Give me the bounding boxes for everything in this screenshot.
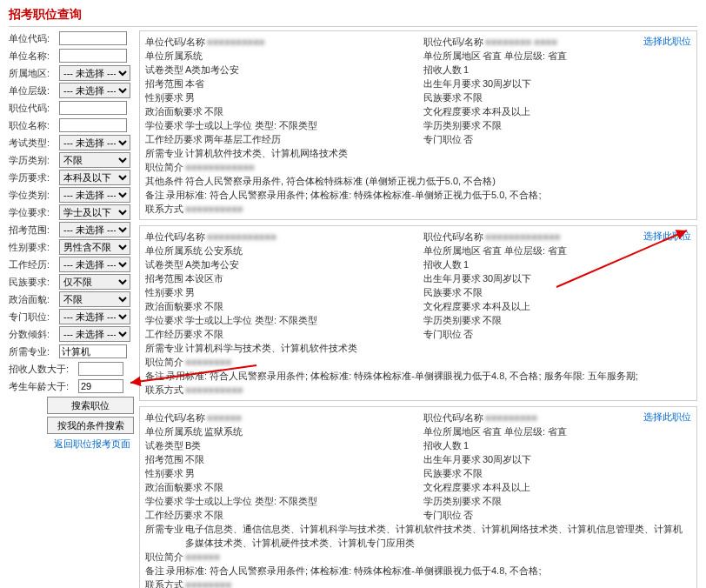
unit-code-name: ■■■■■■■■■■■■	[207, 230, 276, 244]
field-value: A类加考公安	[185, 257, 239, 271]
field-value: 30周岁以下	[483, 271, 531, 285]
field-label: 专门职位	[423, 508, 462, 522]
field-label: 民族要求	[423, 90, 462, 104]
label-exam-type: 考试类型:	[9, 137, 59, 150]
select-degree-type[interactable]: --- 未选择 ---	[59, 187, 130, 203]
field-label: 所需专业	[145, 341, 183, 355]
select-recruit-scope[interactable]: --- 未选择 ---	[59, 222, 130, 237]
field-label: 出生年月要求	[423, 271, 481, 285]
field-value: 不限	[185, 452, 204, 466]
field-value: 省直 单位层级: 省直	[483, 424, 567, 438]
select-ethnic-req[interactable]: 仅不限	[59, 274, 130, 290]
label-degree-type: 学位类别:	[9, 189, 59, 202]
input-recruit-gt[interactable]	[78, 362, 123, 376]
label-major: 所需专业:	[9, 345, 59, 358]
select-edu-req[interactable]: 本科及以下	[59, 170, 130, 185]
field-label: 政治面貌要求	[145, 480, 203, 494]
field-value: 省直 单位层级: 省直	[483, 244, 567, 257]
field-label: 招收人数	[423, 257, 462, 271]
input-unit-code[interactable]	[59, 31, 127, 45]
select-score-incline[interactable]: --- 未选择 ---	[59, 326, 130, 342]
field-label: 联系方式	[145, 202, 183, 216]
major-value: 计算机科学与技术类、计算机软件技术类	[185, 341, 357, 355]
field-value: A类加考公安	[185, 63, 239, 77]
select-politics[interactable]: 不限	[59, 291, 130, 307]
label-gender-req: 性别要求:	[9, 241, 59, 254]
field-label: 单位所属地区	[423, 424, 481, 438]
select-exam-type[interactable]: --- 未选择 ---	[59, 135, 130, 150]
label-edu-type: 学历类别:	[9, 154, 59, 167]
select-unit-level[interactable]: --- 未选择 ---	[59, 83, 130, 98]
field-label: 试卷类型	[145, 257, 183, 271]
field-label: 单位所属地区	[423, 244, 481, 257]
field-value: 1	[463, 257, 469, 271]
input-pos-name[interactable]	[59, 118, 127, 132]
field-label: 学历类别要求	[423, 494, 481, 508]
back-link[interactable]: 返回职位报考页面	[9, 438, 130, 451]
remark-value: 录用标准: 符合人民警察录用条件; 体检标准: 特殊体检标准-单侧裸眼视力低于4…	[166, 564, 541, 578]
input-age-gt[interactable]	[78, 379, 123, 393]
select-job-link[interactable]: 选择此职位	[643, 230, 691, 243]
field-label: 备注	[145, 564, 164, 578]
unit-code-name: ■■■■■■	[207, 411, 242, 424]
field-label: 工作经历要求	[145, 132, 203, 146]
field-value: 30周岁以下	[483, 452, 531, 466]
field-label: 单位代码/名称	[145, 411, 205, 424]
field-label: 单位所属系统	[145, 244, 203, 257]
field-label: 工作经历要求	[145, 327, 203, 341]
contact-value: ■■■■■■■■■■	[185, 383, 243, 397]
field-label: 招考范围	[145, 271, 183, 285]
field-label: 联系方式	[145, 383, 183, 397]
field-label: 招收人数	[423, 63, 462, 77]
field-label: 民族要求	[423, 285, 462, 299]
field-label: 职位代码/名称	[423, 230, 483, 244]
field-label: 单位所属系统	[145, 49, 203, 63]
select-job-link[interactable]: 选择此职位	[643, 411, 691, 424]
field-label: 文化程度要求	[423, 480, 481, 494]
field-label: 职位简介	[145, 550, 183, 564]
field-value: 本科及以上	[483, 299, 530, 313]
label-recruit-scope: 招考范围:	[9, 224, 59, 237]
search-button[interactable]: 搜索职位	[47, 397, 134, 414]
field-value: 不限	[483, 494, 502, 508]
field-value: 本设区市	[185, 271, 223, 285]
field-value: 否	[463, 508, 473, 522]
field-label: 其他条件	[145, 174, 183, 188]
field-label: 单位所属地区	[423, 49, 481, 63]
field-label: 招考范围	[145, 452, 183, 466]
field-value: B类	[185, 438, 201, 452]
select-edu-type[interactable]: 不限	[59, 152, 130, 168]
search-by-mine-button[interactable]: 按我的条件搜索	[47, 417, 134, 434]
select-gender-req[interactable]: 男性含不限	[59, 239, 130, 255]
field-label: 职位简介	[145, 355, 183, 369]
field-label: 试卷类型	[145, 438, 183, 452]
field-value: 不限	[463, 285, 483, 299]
field-label: 所需专业	[145, 146, 183, 160]
label-edu-req: 学历要求:	[9, 171, 59, 184]
input-major[interactable]	[59, 344, 127, 358]
page-title: 招考职位查询	[9, 5, 697, 27]
field-label: 学历类别要求	[423, 313, 481, 327]
field-value: 不限	[204, 104, 223, 118]
field-value: 本省	[185, 77, 204, 90]
field-value: 不限	[204, 299, 223, 313]
select-work-exp[interactable]: --- 未选择 ---	[59, 257, 130, 272]
field-label: 出生年月要求	[423, 452, 481, 466]
field-label: 工作经历要求	[145, 508, 203, 522]
field-label: 学历类别要求	[423, 118, 481, 132]
select-degree-req[interactable]: 学士及以下	[59, 204, 130, 220]
select-region[interactable]: --- 未选择 ---	[59, 65, 130, 81]
field-value: 学士或以上学位 类型: 不限类型	[185, 313, 317, 327]
select-special-pos[interactable]: --- 未选择 ---	[59, 309, 130, 324]
input-pos-code[interactable]	[59, 101, 127, 115]
field-label: 性别要求	[145, 285, 183, 299]
field-value: 不限	[204, 327, 223, 341]
field-label: 专门职位	[423, 327, 462, 341]
input-unit-name[interactable]	[59, 49, 127, 63]
field-value: 否	[463, 327, 473, 341]
field-label: 备注	[145, 188, 164, 202]
pos-code-name: ■■■■■■■■■■■■■	[485, 230, 560, 244]
select-job-link[interactable]: 选择此职位	[643, 35, 691, 48]
field-value: 不限	[483, 313, 502, 327]
brief-value: ■■■■■■■■	[185, 355, 231, 369]
